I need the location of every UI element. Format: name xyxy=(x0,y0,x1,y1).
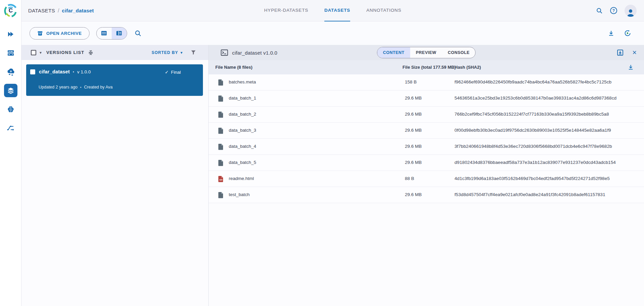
sidebar-item-models[interactable] xyxy=(4,103,17,116)
version-detail-panel: cifar_dataset v1.0.0 CONTENT PREVIEW CON… xyxy=(209,45,644,306)
code-glyph: </> xyxy=(218,178,223,181)
file-hash: f53d8d457504f7cff4ea9e021afcf0e0ad8e24a9… xyxy=(454,192,605,197)
file-name: data_batch_1 xyxy=(229,96,256,101)
column-file-size: File Size (total 177.59 MB) xyxy=(402,65,456,70)
version-number: v 1.0.0 xyxy=(77,69,91,74)
tab-annotations[interactable]: ANNOTATIONS xyxy=(366,0,401,21)
download-files-button[interactable] xyxy=(628,64,634,71)
table-row[interactable]: </> data_batch_3 29.6 MB 0f00d98ebfb30b3… xyxy=(209,123,644,139)
sorted-by-dropdown[interactable]: SORTED BY ▾ xyxy=(152,50,182,55)
main-nav-tabs: HYPER-DATASETS DATASETS ANNOTATIONS xyxy=(21,0,644,21)
file-icon xyxy=(218,143,224,150)
sorted-by-label: SORTED BY xyxy=(152,50,178,55)
tab-console[interactable]: CONSOLE xyxy=(442,47,475,58)
file-name: readme.html xyxy=(229,176,254,181)
global-search-button[interactable] xyxy=(596,7,603,14)
file-size: 29.6 MB xyxy=(405,128,422,133)
help-button[interactable]: ? xyxy=(610,7,617,14)
file-hash: 54636561a3ce25bd3e19253c6b0d8538147b0ae3… xyxy=(454,96,616,101)
file-icon xyxy=(218,127,224,134)
file-name: data_batch_5 xyxy=(229,160,256,165)
sidebar-item-projects[interactable] xyxy=(4,27,17,41)
tab-content[interactable]: CONTENT xyxy=(377,47,410,58)
file-hash: d91802434d8376bbaeeadf58a737e3a1b12ac839… xyxy=(454,160,616,165)
table-row[interactable]: </> data_batch_2 29.6 MB 766b2cef9fbc745… xyxy=(209,107,644,123)
sidebar-item-datasets[interactable] xyxy=(4,84,17,97)
file-name: batches.meta xyxy=(229,79,256,84)
tab-preview[interactable]: PREVIEW xyxy=(410,47,442,58)
file-name: data_batch_4 xyxy=(229,144,256,149)
file-size: 29.6 MB xyxy=(405,96,422,101)
version-updated: Updated 2 years ago xyxy=(39,85,77,89)
version-created-by: Created by Ava xyxy=(84,85,113,89)
breadcrumb-root[interactable]: DATASETS xyxy=(28,8,55,13)
open-archive-button[interactable]: OPEN ARCHIVE xyxy=(30,27,90,40)
open-archive-label: OPEN ARCHIVE xyxy=(46,31,82,36)
file-icon xyxy=(218,79,224,86)
sidebar-item-workers-queues[interactable] xyxy=(4,46,17,60)
user-avatar[interactable] xyxy=(625,5,637,17)
file-table-body: </> batches.meta 158 B f962466ef690d46b2… xyxy=(209,74,644,203)
file-icon xyxy=(218,192,224,198)
collapse-versions-icon[interactable] xyxy=(88,49,94,56)
page: C xyxy=(0,0,644,306)
tab-datasets[interactable]: DATASETS xyxy=(324,0,350,21)
table-row[interactable]: </> data_batch_1 29.6 MB 54636561a3ce25b… xyxy=(209,90,644,107)
column-file-name: File Name (8 files) xyxy=(215,65,253,70)
file-icon xyxy=(218,111,224,118)
version-card-cifar-dataset[interactable]: cifar_dataset • v 1.0.0 ✓ Final Updated … xyxy=(26,64,203,96)
terminal-icon xyxy=(221,49,228,56)
table-view-toggle[interactable] xyxy=(97,27,112,39)
file-table-header: File Name (8 files) File Size (total 177… xyxy=(209,60,644,74)
sidebar-item-data-processing[interactable] xyxy=(4,65,17,78)
tab-hyper-datasets[interactable]: HYPER-DATASETS xyxy=(264,0,308,21)
sidebar-item-pipelines[interactable] xyxy=(4,121,17,135)
file-size: 88 B xyxy=(405,176,414,181)
table-row[interactable]: </> data_batch_5 29.6 MB d91802434d8376b… xyxy=(209,155,644,171)
breadcrumb-separator: / xyxy=(58,8,59,14)
download-icon xyxy=(608,30,614,37)
server-icon xyxy=(7,49,15,57)
import-box-icon xyxy=(617,49,624,56)
breadcrumb: DATASETS / cifar_dataset xyxy=(21,8,94,14)
breadcrumb-current[interactable]: cifar_dataset xyxy=(62,8,94,13)
auto-refresh-button[interactable] xyxy=(624,29,631,37)
table-row[interactable]: </> test_batch 29.6 MB f53d8d457504f7cff… xyxy=(209,187,644,203)
filter-icon[interactable] xyxy=(191,50,196,55)
version-checkbox[interactable] xyxy=(30,69,35,74)
select-all-caret-icon[interactable]: ▾ xyxy=(40,51,42,55)
auto-refresh-icon xyxy=(624,29,631,37)
file-name: data_batch_3 xyxy=(229,128,256,133)
table-row[interactable]: </> batches.meta 158 B f962466ef690d46b2… xyxy=(209,74,644,90)
table-row[interactable]: </> data_batch_4 29.6 MB 3f7bb240661948b… xyxy=(209,139,644,155)
file-icon xyxy=(218,95,224,102)
pipeline-icon xyxy=(6,124,15,132)
download-dataset-button[interactable] xyxy=(608,30,614,37)
split-view-toggle[interactable] xyxy=(112,27,127,39)
versions-list-title: VERSIONS LIST xyxy=(46,50,84,55)
file-size: 29.6 MB xyxy=(405,192,422,197)
file-size: 29.6 MB xyxy=(405,144,422,149)
table-row[interactable]: </> readme.html 88 B 4d1c3fb199d6a183ae0… xyxy=(209,171,644,187)
main-content: ▾ VERSIONS LIST SORTED BY ▾ xyxy=(21,45,644,306)
version-meta: Updated 2 years ago • Created by Ava xyxy=(39,85,113,89)
app-logo[interactable]: C xyxy=(0,0,21,21)
logo-letter: C xyxy=(3,3,18,18)
top-header: DATASETS / cifar_dataset HYPER-DATASETS … xyxy=(21,0,644,21)
bullet-separator: • xyxy=(80,85,82,89)
close-panel-icon[interactable]: × xyxy=(632,49,637,56)
archive-icon xyxy=(37,30,43,36)
double-arrow-icon xyxy=(7,30,15,38)
cloud-gear-icon xyxy=(6,67,15,76)
column-hash: Hash (SHA2) xyxy=(454,65,481,70)
view-toggle xyxy=(96,27,127,40)
datasets-toolbar: OPEN ARCHIVE xyxy=(21,21,644,45)
embed-panel-button[interactable] xyxy=(617,49,624,56)
versions-panel: ▾ VERSIONS LIST SORTED BY ▾ xyxy=(21,45,209,306)
detail-panel-title: cifar_dataset v1.0.0 xyxy=(232,50,277,56)
version-status-badge: ✓ Final xyxy=(165,69,181,75)
file-hash: 3f7bb240661948b8f4d53e36ec720d8306f5668b… xyxy=(454,144,612,149)
sidebar: C xyxy=(0,0,21,306)
versions-search-button[interactable] xyxy=(135,30,142,37)
select-all-checkbox[interactable] xyxy=(31,50,36,55)
